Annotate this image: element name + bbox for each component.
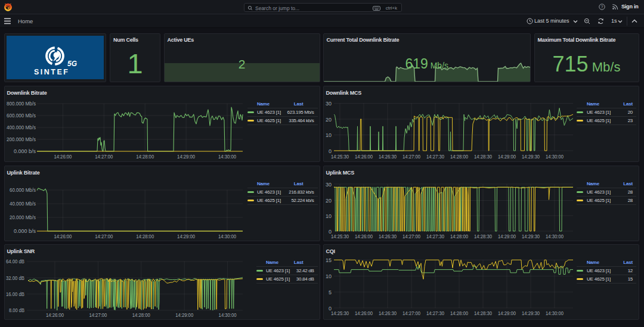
- svg-text:14:30:00: 14:30:00: [219, 312, 237, 318]
- svg-text:14:28:00: 14:28:00: [450, 154, 468, 160]
- svg-text:?: ?: [601, 5, 603, 9]
- svg-text:14:27:00: 14:27:00: [95, 154, 113, 160]
- svg-text:14:28:00: 14:28:00: [450, 310, 468, 316]
- svg-text:0.000 b/s: 0.000 b/s: [14, 228, 36, 234]
- svg-text:400.000 Mb/s: 400.000 Mb/s: [7, 124, 36, 130]
- svg-text:14:27:00: 14:27:00: [402, 233, 420, 239]
- svg-text:14:25:30: 14:25:30: [331, 233, 349, 239]
- svg-text:14:29:30: 14:29:30: [522, 310, 540, 316]
- svg-text:14:28:00: 14:28:00: [132, 312, 150, 318]
- svg-text:20: 20: [326, 117, 332, 123]
- svg-text:14:29:00: 14:29:00: [175, 312, 193, 318]
- svg-text:14:26:30: 14:26:30: [379, 154, 397, 160]
- svg-text:14:27:00: 14:27:00: [95, 233, 113, 239]
- svg-text:14:29:00: 14:29:00: [498, 154, 516, 160]
- svg-text:30: 30: [326, 101, 332, 107]
- svg-text:20.000 Mb/s: 20.000 Mb/s: [10, 214, 36, 220]
- svg-text:14:28:00: 14:28:00: [136, 233, 154, 239]
- svg-text:14:28:30: 14:28:30: [474, 233, 492, 239]
- svg-text:14:29:00: 14:29:00: [498, 233, 516, 239]
- svg-text:14:30:00: 14:30:00: [218, 154, 236, 160]
- svg-text:14:26:00: 14:26:00: [355, 310, 373, 316]
- svg-text:14:28:30: 14:28:30: [474, 310, 492, 316]
- svg-text:14:27:30: 14:27:30: [426, 154, 444, 160]
- svg-text:14:29:00: 14:29:00: [498, 310, 516, 316]
- svg-text:14:26:00: 14:26:00: [355, 154, 373, 160]
- svg-text:14:27:00: 14:27:00: [402, 310, 420, 316]
- svg-text:14:27:00: 14:27:00: [402, 154, 420, 160]
- svg-text:600.000 Mb/s: 600.000 Mb/s: [7, 113, 36, 119]
- svg-text:14:26:00: 14:26:00: [355, 233, 373, 239]
- svg-text:800.000 Mb/s: 800.000 Mb/s: [7, 101, 36, 107]
- svg-text:8.00 dB: 8.00 dB: [9, 307, 24, 313]
- svg-text:14:26:00: 14:26:00: [46, 312, 64, 318]
- svg-text:14:25:30: 14:25:30: [331, 154, 349, 160]
- svg-text:16.00 dB: 16.00 dB: [6, 291, 24, 297]
- svg-text:14:28:30: 14:28:30: [474, 154, 492, 160]
- svg-text:14:26:30: 14:26:30: [379, 310, 397, 316]
- svg-text:10: 10: [326, 273, 332, 279]
- svg-text:14:30:00: 14:30:00: [546, 233, 564, 239]
- svg-text:14:29:30: 14:29:30: [522, 154, 540, 160]
- svg-text:0: 0: [329, 148, 332, 154]
- svg-text:14:26:00: 14:26:00: [54, 154, 72, 160]
- svg-text:64.00 dB: 64.00 dB: [6, 259, 24, 264]
- svg-text:14:29:00: 14:29:00: [177, 154, 195, 160]
- svg-text:40.000 Mb/s: 40.000 Mb/s: [10, 201, 36, 207]
- svg-text:32.00 dB: 32.00 dB: [6, 275, 24, 281]
- svg-text:60.000 Mb/s: 60.000 Mb/s: [10, 187, 36, 193]
- svg-text:14:28:00: 14:28:00: [450, 233, 468, 239]
- svg-text:30: 30: [326, 181, 332, 187]
- svg-text:200.000 Mb/s: 200.000 Mb/s: [7, 136, 36, 142]
- svg-text:10: 10: [326, 213, 332, 219]
- svg-text:14:27:30: 14:27:30: [426, 310, 444, 316]
- svg-text:14:30:00: 14:30:00: [546, 154, 564, 160]
- svg-text:14:27:00: 14:27:00: [89, 312, 107, 318]
- svg-text:14:27:30: 14:27:30: [426, 233, 444, 239]
- svg-text:14:25:30: 14:25:30: [331, 310, 349, 316]
- svg-text:14:29:00: 14:29:00: [177, 233, 195, 239]
- svg-text:14:26:00: 14:26:00: [54, 233, 72, 239]
- svg-text:14:29:30: 14:29:30: [522, 233, 540, 239]
- svg-text:14:26:30: 14:26:30: [379, 233, 397, 239]
- svg-text:5: 5: [329, 289, 332, 295]
- svg-text:15: 15: [326, 257, 332, 263]
- svg-text:14:30:00: 14:30:00: [218, 233, 236, 239]
- svg-text:10: 10: [326, 132, 332, 138]
- svg-text:0.000 b/s: 0.000 b/s: [14, 148, 36, 154]
- svg-text:20: 20: [326, 198, 332, 204]
- svg-text:14:28:00: 14:28:00: [136, 154, 154, 160]
- svg-text:14:30:00: 14:30:00: [546, 310, 564, 316]
